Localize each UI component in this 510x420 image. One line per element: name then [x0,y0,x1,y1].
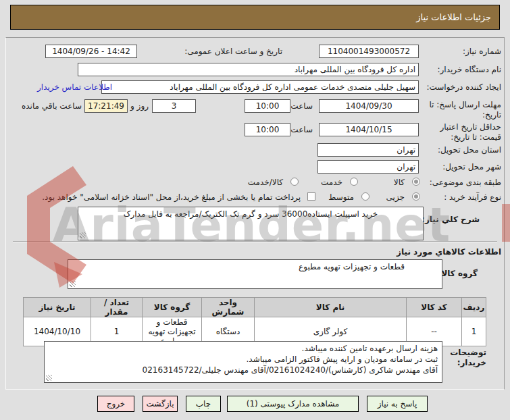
radio-goods[interactable] [412,178,420,186]
request-creator-label: ایجاد کننده درخواست: [426,82,501,93]
col-unit: واحد شمارش [202,298,255,317]
time-remaining-field: 17:21:49 [84,99,128,113]
col-need-date: تاریخ نیاز [24,298,91,317]
goods-section-title: اطلاعات کالاهاي مورد نیاز [397,247,501,257]
col-goods-name: نام کالا [255,298,407,317]
need-desc-label: شرح کلي نیاز: [422,215,480,225]
goods-table-header-row: ردیف کد کالا نام کالا واحد شمارش گروه کا… [24,298,486,317]
price-validity-hour-label: ساعت [290,125,313,135]
buyer-org-field[interactable]: اداره کل فرودگاه بین المللی مهراباد [78,63,419,76]
process-type-label: نوع فرآیند خرید : [444,192,501,203]
city-label: شهر محل تحویل: [442,162,501,172]
radio-minor-label: جزیی [386,192,405,203]
radio-medium[interactable] [361,192,369,201]
buyer-notes-line: ثبت در سامانه مودیان و ارایه پیش فاکتور … [49,354,438,365]
buyer-notes-line: هزینه ارسال برعهده تامین کننده میباشد. [49,343,438,354]
resize-grip-icon[interactable] [46,375,52,381]
buyer-notes-textarea[interactable]: هزینه ارسال برعهده تامین کننده میباشد. ث… [44,341,442,383]
col-goods-code: کد کالا [407,298,462,317]
radio-goods-service[interactable] [290,178,299,186]
treasury-note-label: پرداخت تمام یا بخشی از مبلغ خرید،از محل … [42,192,301,203]
reply-deadline-date-field[interactable]: 1404/09/30 [319,99,419,113]
reply-to-need-button[interactable]: پاسخ به نیاز [367,396,428,412]
treasury-checkbox[interactable] [307,192,315,201]
buyer-org-label: نام دستگاه خریدار: [438,65,502,75]
days-remaining-field[interactable]: 3 [152,99,196,113]
subject-class-label: طبقه بندی موضوعی: [430,178,501,188]
window-titlebar: جزئیات اطلاعات نیاز [10,5,500,30]
radio-service[interactable] [350,178,358,186]
reply-deadline-hour-label: ساعت [290,101,313,111]
price-validity-label: حداقل تاریخ اعتبار قیمت: تا تاریخ: [422,122,501,142]
reply-deadline-label: مهلت ارسال پاسخ: تا تاریخ: [422,100,501,120]
goods-table: ردیف کد کالا نام کالا واحد شمارش گروه کا… [23,297,486,346]
radio-minor[interactable] [412,192,420,201]
province-label: استان محل تحویل: [438,145,501,155]
cell-row-number: 1 [462,317,486,346]
col-quantity: تعداد / مقدار [91,298,143,317]
request-creator-field[interactable]: سهیل جلیلی متصدی خدمات عمومی اداره کل فر… [101,80,419,94]
time-remaining-label: ساعت باقي مانده [22,101,82,111]
buyer-notes-label: توضیحات خریدار: [450,348,486,368]
buyer-contact-link[interactable]: اطلاعات تماس خریدار [37,82,112,92]
buyer-notes-line: آقای مهندس شاکری (کارشناس)/02161024240/آ… [49,365,438,375]
announce-datetime-label: تاریخ و ساعت اعلان عمومی: [184,47,282,57]
page-title: جزئیات اطلاعات نیاز [416,12,491,22]
buyer-notes-label-line1: توضیحات [450,348,486,358]
section-divider [13,241,497,242]
radio-goods-label: کالا [394,178,405,188]
need-number-label: شماره نیاز: [463,47,501,57]
need-number-field[interactable]: 1104001493000572 [319,45,419,58]
radio-goods-service-label: کالا/خدمت [248,178,283,188]
view-attached-docs-button[interactable]: مشاهده مدارک پیوستی (1) [227,396,359,412]
goods-group-field[interactable]: قطعات و تجهیزات تهویه مطبوع [68,259,442,289]
resize-grip-icon[interactable] [70,281,76,287]
announce-datetime-field[interactable]: 1404/09/26 - 14:42 [45,45,137,58]
col-goods-group: گروه کالا [143,298,202,317]
province-field[interactable]: تهران [317,143,419,157]
radio-service-label: خدمت [321,178,342,188]
resize-grip-icon[interactable] [80,232,86,238]
goods-group-text: قطعات و تجهیزات تهویه مطبوع [299,262,405,271]
days-remaining-label: روز و [130,101,149,111]
reply-deadline-time-field[interactable]: 10:00 [245,99,290,113]
price-validity-time-field[interactable]: 10:00 [245,123,290,136]
price-validity-date-field[interactable]: 1404/10/15 [319,123,419,136]
goods-group-label: گروه کالا: [438,269,478,279]
need-desc-textarea[interactable]: خرید اسپیلت ایستاده36000 سرد و گرم تک ال… [78,207,424,240]
print-button[interactable]: چاپ [186,396,221,412]
buyer-notes-label-line2: خریدار: [450,358,486,368]
col-row-number: ردیف [462,298,486,317]
city-field[interactable]: تهران [317,160,419,174]
radio-medium-label: متوسط [328,192,354,203]
back-button[interactable]: بازگشت [143,396,178,412]
exit-button[interactable]: خروج [97,396,134,412]
need-details-window: { "window": { "title": "جزئیات اطلاعات ن… [0,0,510,420]
need-desc-text: خرید اسپیلت ایستاده36000 سرد و گرم تک ال… [124,209,378,219]
